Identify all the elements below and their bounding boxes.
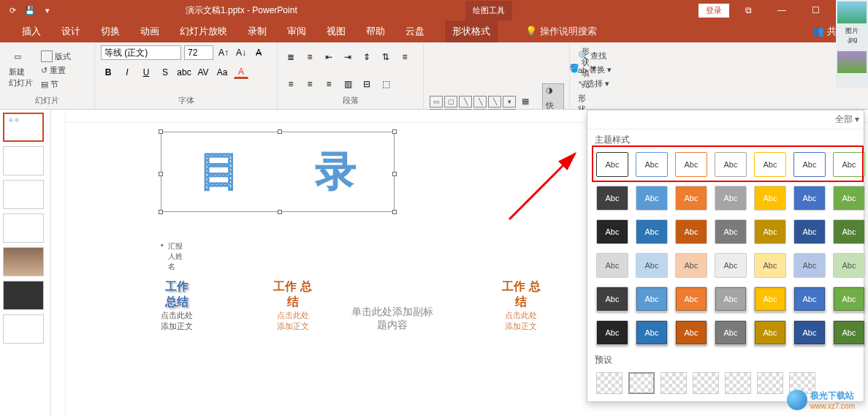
theme-style-outline-3[interactable]: Abc — [715, 152, 747, 177]
theme-style-fill-3-5[interactable]: Abc — [793, 287, 826, 311]
layout-button[interactable]: 版式 — [39, 50, 73, 63]
preset-style-4[interactable] — [693, 372, 719, 394]
ribbon-display-icon[interactable]: ⧉ — [734, 0, 763, 20]
click-placeholder-2[interactable]: 点击此处 添加正文 — [273, 310, 312, 332]
theme-style-outline-6[interactable]: Abc — [833, 152, 865, 177]
theme-style-fill-0-0[interactable]: Abc — [596, 186, 628, 211]
tell-me-search[interactable]: 💡 操作说明搜索 — [525, 25, 597, 38]
tab-animation[interactable]: 动画 — [140, 25, 159, 38]
columns-button[interactable]: ▥ — [340, 77, 355, 91]
font-family-combo[interactable] — [101, 45, 181, 60]
theme-style-fill-3-4[interactable]: Abc — [754, 287, 786, 311]
change-case-button[interactable]: Aa — [215, 66, 229, 79]
decrease-indent-button[interactable]: ⇤ — [321, 50, 336, 64]
theme-style-outline-1[interactable]: Abc — [636, 152, 668, 177]
theme-style-fill-2-1[interactable]: Abc — [636, 253, 668, 278]
increase-font-icon[interactable]: A↑ — [216, 46, 231, 59]
bullets-button[interactable]: ≣ — [283, 50, 298, 64]
click-placeholder-1[interactable]: 点击此处 添加正文 — [161, 310, 193, 332]
reset-button[interactable]: ↺重置 — [39, 64, 73, 77]
replace-button[interactable]: ab 替换 ▾ — [576, 64, 630, 76]
increase-indent-button[interactable]: ⇥ — [340, 50, 355, 64]
bold-button[interactable]: B — [101, 66, 115, 79]
preset-style-2[interactable] — [628, 372, 655, 394]
theme-style-fill-0-6[interactable]: Abc — [833, 186, 865, 211]
theme-style-fill-3-6[interactable]: Abc — [833, 287, 865, 311]
theme-style-fill-3-0[interactable]: Abc — [596, 287, 628, 311]
tab-view[interactable]: 视图 — [327, 25, 346, 38]
theme-style-fill-1-5[interactable]: Abc — [793, 219, 826, 244]
preset-style-5[interactable] — [725, 372, 751, 394]
justify-button[interactable]: ≡ — [321, 77, 336, 91]
theme-style-fill-2-4[interactable]: Abc — [754, 253, 786, 278]
thumbnail-1[interactable]: 目 录 — [3, 113, 44, 142]
theme-style-fill-0-3[interactable]: Abc — [715, 186, 747, 211]
theme-style-fill-4-3[interactable]: Abc — [715, 320, 747, 345]
theme-style-outline-0[interactable]: Abc — [596, 152, 628, 177]
theme-style-fill-1-1[interactable]: Abc — [636, 219, 668, 244]
align-center-button[interactable]: ≡ — [283, 77, 298, 91]
smartart-button[interactable]: ⬚ — [378, 77, 393, 91]
login-button[interactable]: 登录 — [698, 4, 729, 18]
theme-style-outline-4[interactable]: Abc — [754, 152, 786, 177]
contextual-tab-drawing-tools[interactable]: 绘图工具 — [465, 1, 512, 20]
tab-insert[interactable]: 插入 — [22, 25, 41, 38]
underline-button[interactable]: U — [139, 66, 153, 79]
theme-style-fill-0-5[interactable]: Abc — [793, 186, 826, 211]
spacing-button[interactable]: AV — [196, 66, 210, 79]
theme-style-fill-4-0[interactable]: Abc — [596, 320, 628, 345]
thumbnail-4[interactable] — [3, 213, 44, 243]
thumbnail-6[interactable] — [3, 281, 44, 310]
numbering-button[interactable]: ≡ — [302, 50, 317, 64]
new-slide-button[interactable]: ▭ 新建 幻灯片 — [6, 50, 36, 90]
theme-style-fill-3-1[interactable]: Abc — [636, 287, 668, 311]
font-color-button[interactable]: A — [234, 66, 248, 79]
theme-style-outline-2[interactable]: Abc — [675, 152, 707, 177]
tab-shape-format[interactable]: 形状格式 — [445, 20, 498, 42]
section-button[interactable]: ▤节 — [39, 78, 73, 91]
tab-transition[interactable]: 切换 — [101, 25, 120, 38]
theme-style-fill-2-2[interactable]: Abc — [675, 253, 707, 278]
theme-style-fill-1-2[interactable]: Abc — [675, 219, 707, 244]
tab-design[interactable]: 设计 — [61, 25, 80, 38]
thumbnail-5[interactable] — [3, 247, 44, 276]
theme-style-fill-2-6[interactable]: Abc — [833, 253, 865, 278]
preset-style-6[interactable] — [757, 372, 783, 394]
theme-style-fill-4-1[interactable]: Abc — [636, 320, 668, 345]
tab-cloud[interactable]: 云盘 — [406, 25, 425, 38]
thumbnail-3[interactable] — [3, 180, 44, 209]
theme-style-fill-4-6[interactable]: Abc — [833, 320, 865, 345]
theme-style-outline-5[interactable]: Abc — [793, 152, 826, 177]
theme-style-fill-3-3[interactable]: Abc — [715, 287, 747, 311]
theme-style-fill-4-5[interactable]: Abc — [793, 320, 826, 345]
theme-style-fill-0-2[interactable]: Abc — [675, 186, 707, 211]
tab-slideshow[interactable]: 幻灯片放映 — [180, 25, 227, 38]
font-size-combo[interactable] — [184, 45, 213, 60]
clear-format-icon[interactable]: A̶ — [251, 46, 266, 59]
tab-record[interactable]: 录制 — [248, 25, 267, 38]
strikethrough-button[interactable]: S — [158, 66, 172, 79]
align-text-button[interactable]: ⊟ — [359, 77, 374, 91]
decrease-font-icon[interactable]: A↓ — [234, 46, 248, 59]
theme-style-fill-1-3[interactable]: Abc — [715, 219, 747, 244]
theme-style-fill-2-5[interactable]: Abc — [793, 253, 826, 278]
align-left-button[interactable]: ≡ — [397, 50, 412, 64]
theme-style-fill-2-3[interactable]: Abc — [715, 253, 747, 278]
italic-button[interactable]: I — [120, 66, 134, 79]
quick-styles-all-dropdown[interactable]: 全部 ▾ — [835, 113, 859, 126]
save-icon[interactable]: 💾 — [23, 4, 37, 17]
theme-style-fill-2-0[interactable]: Abc — [596, 253, 628, 278]
theme-style-fill-0-4[interactable]: Abc — [754, 186, 786, 211]
thumbnail-7[interactable] — [3, 314, 44, 344]
thumbnail-2[interactable] — [3, 146, 44, 175]
text-direction-button[interactable]: ⇅ — [378, 50, 393, 64]
theme-style-fill-4-4[interactable]: Abc — [754, 320, 786, 345]
select-button[interactable]: ⤡ 选择 ▾ — [576, 77, 630, 90]
align-right-button[interactable]: ≡ — [302, 77, 317, 91]
theme-style-fill-1-6[interactable]: Abc — [833, 219, 865, 244]
desktop-thumb-2[interactable] — [837, 51, 867, 73]
click-placeholder-3[interactable]: 点击此处 添加正文 — [502, 310, 541, 332]
theme-style-fill-1-4[interactable]: Abc — [754, 219, 786, 244]
preset-style-1[interactable] — [596, 372, 623, 394]
tab-review[interactable]: 审阅 — [287, 25, 306, 38]
